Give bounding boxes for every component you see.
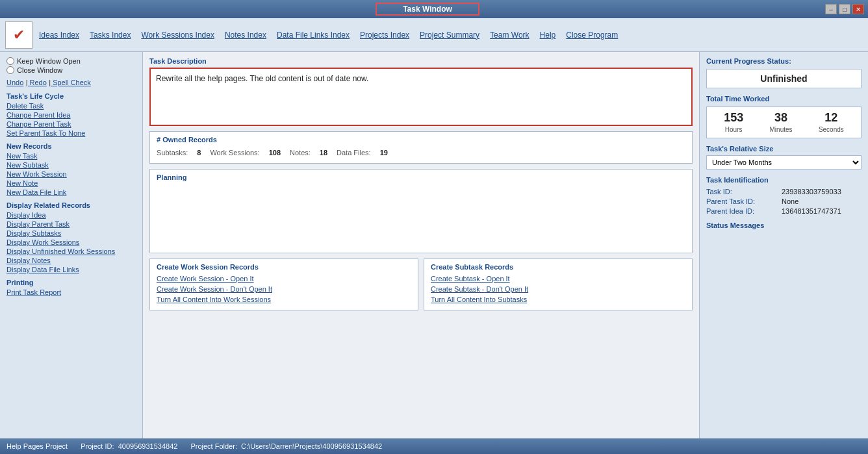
display-related-title: Display Related Records bbox=[6, 201, 136, 209]
create-ws-dont-open-link[interactable]: Create Work Session - Don't Open It bbox=[157, 285, 411, 293]
subtasks-value: 8 bbox=[197, 149, 201, 157]
new-data-file-link-link[interactable]: New Data File Link bbox=[6, 188, 136, 196]
progress-status-value: Unfinished bbox=[706, 69, 862, 88]
status-messages-title: Status Messages bbox=[706, 221, 862, 229]
delete-task-link[interactable]: Delete Task bbox=[6, 102, 136, 110]
display-subtasks-link[interactable]: Display Subtasks bbox=[6, 229, 136, 237]
close-window-radio[interactable]: Close Window bbox=[6, 66, 136, 74]
display-idea-link[interactable]: Display Idea bbox=[6, 211, 136, 219]
status-project-folder-label: Project Folder: bbox=[190, 442, 237, 450]
display-data-file-links-link[interactable]: Display Data File Links bbox=[6, 266, 136, 273]
display-unfinished-work-sessions-link[interactable]: Display Unfinished Work Sessions bbox=[6, 247, 136, 255]
app-icon: ✔ bbox=[5, 21, 32, 49]
hours-label: Hours bbox=[725, 126, 743, 133]
right-panel: Current Progress Status: Unfinished Tota… bbox=[699, 52, 868, 438]
nav-work-sessions-index[interactable]: Work Sessions Index bbox=[141, 31, 214, 40]
relative-size-select[interactable]: Under Two Months Under One Month Under O… bbox=[706, 155, 862, 170]
task-description-box[interactable]: Rewrite all the help pages. The old cont… bbox=[149, 68, 693, 126]
planning-section: Planning bbox=[149, 169, 693, 253]
task-description-text: Rewrite all the help pages. The old cont… bbox=[156, 74, 368, 83]
parent-idea-id-val: 136481351747371 bbox=[782, 207, 841, 215]
seconds-unit: 12 Seconds bbox=[819, 111, 844, 134]
create-work-session-panel: Create Work Session Records Create Work … bbox=[149, 259, 418, 310]
display-parent-task-link[interactable]: Display Parent Task bbox=[6, 220, 136, 228]
display-work-sessions-link[interactable]: Display Work Sessions bbox=[6, 238, 136, 246]
main-content: Keep Window Open Close Window Undo Redo … bbox=[0, 52, 868, 438]
top-navigation: Ideas Index Tasks Index Work Sessions In… bbox=[39, 31, 618, 40]
nav-data-file-links-index[interactable]: Data File Links Index bbox=[277, 31, 350, 40]
window-controls: – □ ✕ bbox=[825, 4, 864, 14]
keep-window-open-radio[interactable]: Keep Window Open bbox=[6, 57, 136, 65]
create-ws-title: Create Work Session Records bbox=[157, 263, 411, 271]
parent-task-id-val: None bbox=[782, 197, 798, 205]
create-subtask-dont-open-link[interactable]: Create Subtask - Don't Open It bbox=[431, 285, 685, 293]
turn-content-subtask-link[interactable]: Turn All Content Into Subtasks bbox=[431, 296, 685, 303]
app-icon-checkmark: ✔ bbox=[13, 27, 25, 44]
status-bar: Help Pages Project Project ID: 400956931… bbox=[0, 438, 868, 454]
task-id-title: Task Identification bbox=[706, 176, 862, 184]
seconds-value: 12 bbox=[819, 111, 844, 125]
new-note-link[interactable]: New Note bbox=[6, 179, 136, 187]
total-time-title: Total Time Worked bbox=[706, 95, 862, 103]
nav-tasks-index[interactable]: Tasks Index bbox=[90, 31, 131, 40]
subtasks-label: Subtasks: bbox=[157, 149, 188, 157]
nav-notes-index[interactable]: Notes Index bbox=[225, 31, 266, 40]
main-window: Task Window – □ ✕ ✔ Ideas Index Tasks In… bbox=[0, 0, 868, 454]
nav-ideas-index[interactable]: Ideas Index bbox=[39, 31, 79, 40]
status-project-id: Project ID: 400956931534842 bbox=[81, 442, 177, 450]
window-title: Task Window bbox=[376, 3, 479, 16]
nav-projects-index[interactable]: Projects Index bbox=[360, 31, 409, 40]
create-subtask-panel: Create Subtask Records Create Subtask - … bbox=[424, 259, 693, 310]
progress-status-title: Current Progress Status: bbox=[706, 57, 862, 65]
print-task-report-link[interactable]: Print Task Report bbox=[6, 288, 136, 296]
bottom-panels: Create Work Session Records Create Work … bbox=[149, 259, 693, 310]
data-files-label: Data Files: bbox=[337, 149, 371, 157]
task-id-row: Task ID: 239383303759033 bbox=[706, 188, 862, 195]
new-subtask-link[interactable]: New Subtask bbox=[6, 161, 136, 169]
notes-label: Notes: bbox=[290, 149, 311, 157]
data-files-value: 19 bbox=[380, 149, 388, 157]
edit-actions: Undo Redo Spell Check bbox=[6, 78, 136, 87]
sidebar: Keep Window Open Close Window Undo Redo … bbox=[0, 52, 143, 438]
create-subtask-open-link[interactable]: Create Subtask - Open It bbox=[431, 275, 685, 283]
close-button[interactable]: ✕ bbox=[852, 4, 864, 14]
new-task-link[interactable]: New Task bbox=[6, 152, 136, 160]
owned-records-section: # Owned Records Subtasks: 8 Work Session… bbox=[149, 131, 693, 164]
create-ws-open-link[interactable]: Create Work Session - Open It bbox=[157, 275, 411, 283]
seconds-label: Seconds bbox=[819, 126, 844, 133]
window-mode-group: Keep Window Open Close Window bbox=[6, 57, 136, 74]
new-work-session-link[interactable]: New Work Session bbox=[6, 170, 136, 178]
display-notes-link[interactable]: Display Notes bbox=[6, 257, 136, 264]
parent-idea-id-row: Parent Idea ID: 136481351747371 bbox=[706, 207, 862, 215]
work-sessions-value: 108 bbox=[269, 149, 281, 157]
set-parent-task-none-link[interactable]: Set Parent Task To None bbox=[6, 129, 136, 137]
work-sessions-label: Work Sessions: bbox=[210, 149, 259, 157]
title-bar: Task Window – □ ✕ bbox=[0, 0, 868, 18]
change-parent-idea-link[interactable]: Change Parent Idea bbox=[6, 111, 136, 119]
change-parent-task-link[interactable]: Change Parent Task bbox=[6, 120, 136, 128]
relative-size-title: Task's Relative Size bbox=[706, 145, 862, 153]
hours-unit: 153 Hours bbox=[724, 111, 743, 134]
hours-value: 153 bbox=[724, 111, 743, 125]
nav-help[interactable]: Help bbox=[540, 31, 556, 40]
undo-link[interactable]: Undo bbox=[6, 79, 23, 86]
minutes-label: Minutes bbox=[770, 126, 793, 133]
minimize-button[interactable]: – bbox=[825, 4, 837, 14]
status-project-id-value: 400956931534842 bbox=[118, 442, 178, 450]
menu-bar: ✔ Ideas Index Tasks Index Work Sessions … bbox=[0, 18, 868, 52]
spell-check-link[interactable]: Spell Check bbox=[49, 79, 91, 86]
nav-project-summary[interactable]: Project Summary bbox=[420, 31, 479, 40]
turn-content-ws-link[interactable]: Turn All Content Into Work Sessions bbox=[157, 296, 411, 303]
owned-records-row: Subtasks: 8 Work Sessions: 108 Notes: 18… bbox=[157, 146, 685, 159]
nav-close-program[interactable]: Close Program bbox=[566, 31, 618, 40]
redo-link[interactable]: Redo bbox=[26, 79, 47, 86]
owned-records-label: # Owned Records bbox=[157, 136, 685, 144]
minutes-value: 38 bbox=[770, 111, 793, 125]
status-project-id-label: Project ID: bbox=[81, 442, 114, 450]
notes-value: 18 bbox=[320, 149, 327, 157]
parent-task-id-key: Parent Task ID: bbox=[706, 197, 778, 205]
restore-button[interactable]: □ bbox=[839, 4, 850, 14]
nav-team-work[interactable]: Team Work bbox=[490, 31, 529, 40]
task-id-key: Task ID: bbox=[706, 188, 778, 195]
task-id-val: 239383303759033 bbox=[782, 188, 841, 195]
